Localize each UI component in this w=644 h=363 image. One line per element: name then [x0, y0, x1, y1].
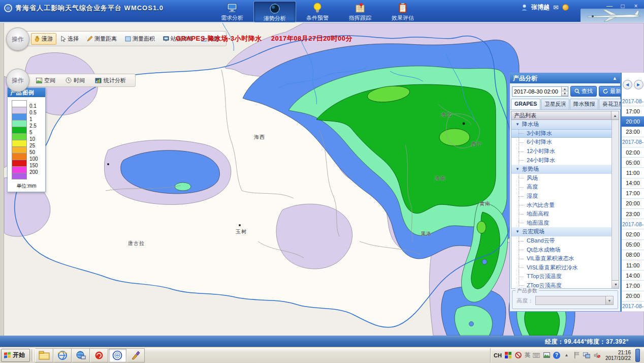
item-cband-cloud[interactable]: CBand云带: [511, 236, 619, 246]
nav-demand-analysis[interactable]: 需求分析: [211, 1, 253, 22]
main-nav: 需求分析 潜势分析 条件预警 指挥跟踪: [211, 1, 424, 22]
time-row[interactable]: 11:00: [622, 168, 644, 178]
tab-statistics[interactable]: 统计分析: [91, 75, 130, 86]
item-humidity[interactable]: 湿度: [511, 192, 619, 201]
group-cloud-macro-field[interactable]: ▼云宏观场: [511, 227, 619, 236]
time-row[interactable]: 05:00: [622, 158, 644, 168]
tab-space[interactable]: 空间: [32, 75, 59, 86]
taskbar-red-app-button[interactable]: [90, 348, 108, 362]
item-vil[interactable]: VIL垂直累积液态水: [511, 254, 619, 263]
item-surface-temperature[interactable]: 地面温度: [511, 219, 619, 228]
datetime-input[interactable]: [512, 87, 561, 96]
item-height[interactable]: 高度: [511, 183, 619, 192]
item-6h-precip[interactable]: 6小时降水: [511, 138, 619, 147]
measure-distance-button[interactable]: 测量距离: [83, 33, 120, 45]
taskbar-ie-button[interactable]: [53, 348, 72, 362]
height-param-select[interactable]: ▼: [535, 296, 614, 305]
analysis-action-button[interactable]: 操作: [6, 69, 29, 92]
time-row[interactable]: 08:00: [622, 250, 644, 260]
coin-icon[interactable]: [562, 4, 569, 11]
taskbar-explorer-button[interactable]: [35, 348, 53, 362]
item-12h-precip[interactable]: 12小时降水: [511, 147, 619, 156]
time-row-date[interactable]: 2017-08-: [622, 137, 644, 147]
item-wind-field[interactable]: 风场: [511, 174, 619, 183]
select-tool-button[interactable]: 选择: [57, 33, 82, 45]
search-button[interactable]: 查找: [570, 86, 597, 97]
left-edge-strip: [0, 23, 4, 336]
prev-time-button[interactable]: ◀: [623, 80, 632, 89]
time-row[interactable]: 20:00: [622, 291, 644, 301]
tray-language-indicator[interactable]: CH: [494, 352, 502, 358]
item-3h-precip[interactable]: 3小时降水: [511, 129, 619, 138]
item-ttop[interactable]: TTop云顶温度: [511, 272, 619, 281]
taskbar: 开始 CH 英: [0, 347, 644, 363]
scroll-down-icon[interactable]: ▼: [612, 280, 619, 288]
item-24h-precip[interactable]: 24小时降水: [511, 156, 619, 165]
time-row-date[interactable]: 2017-08-: [622, 219, 644, 229]
region-label-yushu: 玉树: [236, 228, 247, 235]
time-row[interactable]: 23:00: [622, 209, 644, 219]
taskbar-paint-button[interactable]: [126, 348, 145, 362]
time-row[interactable]: 05:00: [622, 240, 644, 250]
time-row[interactable]: 02:00: [622, 147, 644, 158]
tab-grapes[interactable]: GRAPES: [511, 99, 540, 109]
taskbar-wmcos-button[interactable]: [108, 348, 126, 362]
time-row[interactable]: 02:00: [622, 229, 644, 239]
tray-lang2-indicator[interactable]: 英: [525, 351, 530, 359]
current-product-title: GRAPES-降水场-3小时降水2017年08月27日20时00分: [176, 34, 362, 43]
user-name[interactable]: 张博越: [531, 3, 550, 12]
time-row-selected[interactable]: 20:00: [622, 116, 644, 127]
ie-icon: [57, 350, 68, 360]
tray-picture-icon[interactable]: [543, 351, 551, 359]
time-row-date[interactable]: 2017-08-: [622, 96, 644, 106]
analysis-toolbar: 空间 时间 统计分析: [20, 74, 136, 87]
measure-area-button[interactable]: 测量面积: [121, 33, 158, 45]
taskbar-network-globe-button[interactable]: [72, 348, 90, 362]
pan-tool-button[interactable]: 漫游: [31, 33, 56, 45]
tray-keyboard-icon[interactable]: [533, 351, 540, 359]
tray-flag-icon[interactable]: [573, 351, 581, 359]
airplane-image: [581, 9, 644, 22]
group-synoptic-field[interactable]: ▼形势场: [511, 165, 619, 174]
group-precipitation-field[interactable]: ▼降水场: [511, 120, 619, 129]
item-surface-elevation[interactable]: 地面高程: [511, 209, 619, 219]
nav-condition-warning[interactable]: 条件预警: [296, 1, 339, 22]
time-row[interactable]: 14:00: [622, 178, 644, 189]
tab-precip-forecast[interactable]: 降水预报: [570, 99, 598, 109]
time-row[interactable]: 23:00: [622, 127, 644, 137]
map-action-button[interactable]: 操作: [6, 27, 29, 51]
tray-help-icon[interactable]: ?: [553, 352, 560, 359]
product-list-scrollbar[interactable]: ▼: [611, 120, 619, 288]
time-row[interactable]: 17:00: [622, 281, 644, 291]
time-row-date[interactable]: 2017-08-: [622, 301, 644, 312]
nav-command-tracking[interactable]: 指挥跟踪: [339, 1, 381, 22]
time-row[interactable]: 11:00: [622, 260, 644, 270]
time-row[interactable]: 17:00: [622, 106, 644, 116]
start-button[interactable]: 开始: [1, 349, 30, 362]
tray-grid-icon[interactable]: [504, 351, 512, 359]
item-vapor-ratio[interactable]: 水汽比含量: [511, 200, 619, 209]
next-time-button[interactable]: ▶: [634, 80, 643, 89]
nav-effect-evaluation[interactable]: 效果评估: [381, 1, 424, 22]
datetime-spinner[interactable]: ▲▼: [561, 87, 568, 96]
mail-icon[interactable]: ✉: [553, 4, 559, 11]
product-analysis-panel: 产品分析 ▲ ▲▼ 查找 最新 GRAPES 卫星反演 降水预报 葵花卫星 产品…: [509, 73, 621, 312]
tray-monitor-icon[interactable]: [583, 351, 591, 359]
time-row[interactable]: 17:00: [622, 189, 644, 199]
tray-mute-icon[interactable]: [593, 351, 601, 359]
tray-block-icon[interactable]: [514, 351, 522, 359]
item-qt-hydrometeor[interactable]: Qt总水成物场: [511, 245, 619, 254]
tab-time[interactable]: 时间: [61, 75, 89, 86]
tray-clock[interactable]: 21:16 2017/10/22: [603, 350, 633, 361]
region-label-haixi: 海西: [254, 134, 265, 141]
application-window: ◎ 青海省人工影响天气综合业务平台 WMCOS1.0 需求分析 潜势分析 条: [0, 0, 644, 363]
collapse-panel-icon[interactable]: ▲: [613, 76, 617, 81]
time-row[interactable]: 20:00: [622, 199, 644, 209]
item-visl[interactable]: VISL垂直累积过冷水: [511, 263, 619, 273]
time-row[interactable]: 14:00: [622, 270, 644, 281]
tray-expand-icon[interactable]: ▲: [563, 351, 570, 359]
show-desktop-button[interactable]: [635, 349, 640, 362]
scroll-up-icon[interactable]: ▲: [611, 111, 619, 119]
nav-potential-analysis[interactable]: 潜势分析: [253, 1, 296, 22]
tab-satellite-retrieval[interactable]: 卫星反演: [541, 99, 569, 109]
